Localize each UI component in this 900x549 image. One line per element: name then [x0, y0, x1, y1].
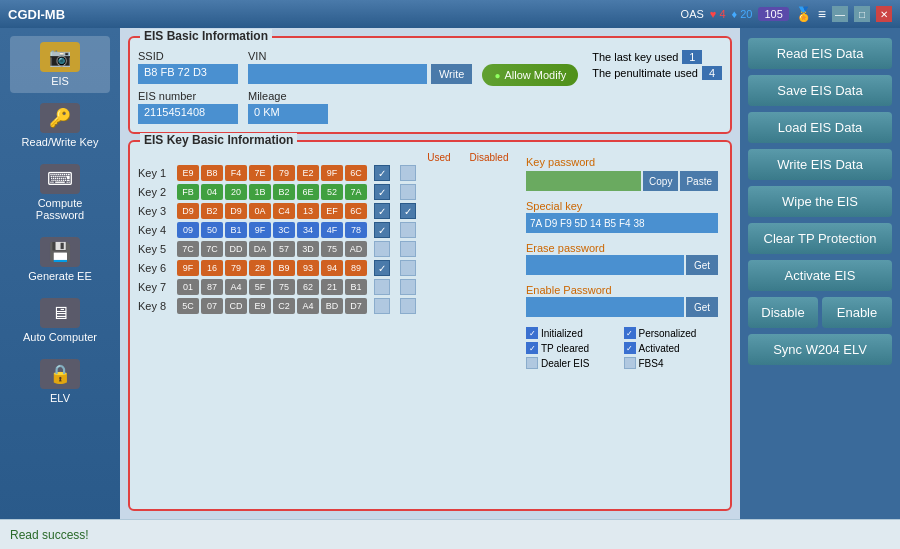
close-button[interactable]: ✕	[876, 6, 892, 22]
autocomputer-icon: 🖥	[40, 298, 80, 328]
sidebar: 📷 EIS 🔑 Read/Write Key ⌨ Compute Passwor…	[0, 28, 120, 519]
special-key-section: Special key 7A D9 F9 5D 14 B5 F4 38	[526, 199, 718, 233]
table-row: Key 8 5C07CDE9C2A4BDD7	[138, 298, 514, 314]
key-basic-content: Used Disabled Key 1 E9B8F47E79E29F6C ✓ K…	[138, 152, 722, 373]
app-title: CGDI-MB	[8, 7, 681, 22]
eis-icon: 📷	[40, 42, 80, 72]
allow-modify-group: Allow Modify	[482, 50, 578, 86]
read-eis-button[interactable]: Read EIS Data	[748, 38, 892, 69]
save-eis-button[interactable]: Save EIS Data	[748, 75, 892, 106]
list-item: ✓ Personalized	[624, 327, 719, 339]
personalized-label: Personalized	[639, 328, 697, 339]
enable-password-input[interactable]	[526, 297, 684, 317]
mileage-group: Mileage 0 KM	[248, 90, 328, 124]
readwrite-icon: 🔑	[40, 103, 80, 133]
copy-button[interactable]: Copy	[643, 171, 678, 191]
eis-basic-title: EIS Basic Information	[140, 29, 272, 43]
erase-section: Erase password Get	[526, 241, 718, 275]
eis-number-group: EIS number 2115451408	[138, 90, 238, 124]
diamonds-badge: ♦ 20	[732, 8, 753, 20]
disable-button[interactable]: Disable	[748, 297, 818, 328]
enable-get-button[interactable]: Get	[686, 297, 718, 317]
enable-button[interactable]: Enable	[822, 297, 892, 328]
vin-input[interactable]	[248, 64, 427, 84]
hearts-badge: ♥ 4	[710, 8, 726, 20]
enable-password-label: Enable Password	[526, 284, 612, 296]
minimize-button[interactable]: —	[832, 6, 848, 22]
sidebar-item-readwrite[interactable]: 🔑 Read/Write Key	[10, 97, 110, 154]
allow-modify-button[interactable]: Allow Modify	[482, 64, 578, 86]
ssid-value[interactable]: B8 FB 72 D3	[138, 64, 238, 84]
sidebar-label-elv: ELV	[50, 392, 70, 404]
paste-button[interactable]: Paste	[680, 171, 718, 191]
penultimate-row: The penultimate used 4	[592, 66, 722, 80]
sidebar-item-elv[interactable]: 🔒 ELV	[10, 353, 110, 410]
title-bar: CGDI-MB OAS ♥ 4 ♦ 20 105 🏅 ≡ — □ ✕	[0, 0, 900, 28]
table-row: Key 1 E9B8F47E79E29F6C ✓	[138, 165, 514, 181]
table-row: Key 4 0950B19F3C344F78 ✓	[138, 222, 514, 238]
activate-eis-button[interactable]: Activate EIS	[748, 260, 892, 291]
mileage-value[interactable]: 0 KM	[248, 104, 328, 124]
main-layout: 📷 EIS 🔑 Read/Write Key ⌨ Compute Passwor…	[0, 28, 900, 519]
oas-label: OAS	[681, 8, 704, 20]
maximize-button[interactable]: □	[854, 6, 870, 22]
last-key-value: 1	[682, 50, 702, 64]
title-bar-right: OAS ♥ 4 ♦ 20 105 🏅 ≡ — □ ✕	[681, 6, 892, 22]
counter-badge: 105	[758, 7, 788, 21]
keys-table: Used Disabled Key 1 E9B8F47E79E29F6C ✓ K…	[138, 152, 514, 373]
table-row: Key 5 7C7CDDDA573D75AD	[138, 241, 514, 257]
vin-label: VIN	[248, 50, 472, 62]
vin-row: Write	[248, 64, 472, 84]
key-basic-box: EIS Key Basic Information Used Disabled …	[128, 140, 732, 511]
status-bar: Read success!	[0, 519, 900, 549]
sidebar-item-generateee[interactable]: 💾 Generate EE	[10, 231, 110, 288]
special-key-label: Special key	[526, 200, 582, 212]
table-row: Key 2 FB04201BB26E527A ✓	[138, 184, 514, 200]
sidebar-label-generateee: Generate EE	[28, 270, 92, 282]
key-password-input[interactable]	[526, 171, 641, 191]
enable-section: Enable Password Get	[526, 283, 718, 317]
key-basic-title: EIS Key Basic Information	[140, 133, 297, 147]
medal-icon: 🏅	[795, 6, 812, 22]
mileage-label: Mileage	[248, 90, 328, 102]
sidebar-label-compute: Compute Password	[14, 197, 106, 221]
list-item: ✓ TP cleared	[526, 342, 621, 354]
penultimate-label: The penultimate used	[592, 67, 698, 79]
eis-number-value[interactable]: 2115451408	[138, 104, 238, 124]
ssid-label: SSID	[138, 50, 238, 62]
sidebar-item-eis[interactable]: 📷 EIS	[10, 36, 110, 93]
disable-enable-row: Disable Enable	[748, 297, 892, 328]
checkboxes-section: ✓ Initialized ✓ Personalized ✓ TP cleare…	[526, 327, 718, 369]
eis-number-label: EIS number	[138, 90, 238, 102]
eis-row2: EIS number 2115451408 Mileage 0 KM	[138, 90, 722, 124]
content-area: EIS Basic Information SSID B8 FB 72 D3 V…	[120, 28, 740, 519]
dealer-eis-label: Dealer EIS	[541, 358, 589, 369]
penultimate-value: 4	[702, 66, 722, 80]
sidebar-label-eis: EIS	[51, 75, 69, 87]
menu-icon[interactable]: ≡	[818, 6, 826, 22]
load-eis-button[interactable]: Load EIS Data	[748, 112, 892, 143]
initialized-label: Initialized	[541, 328, 583, 339]
special-key-value[interactable]: 7A D9 F9 5D 14 B5 F4 38	[526, 213, 718, 233]
key-password-section: Key password Copy Paste	[526, 156, 718, 191]
list-item: FBS4	[624, 357, 719, 369]
list-item: ✓ Initialized	[526, 327, 621, 339]
enable-input-row: Get	[526, 297, 718, 317]
last-keys-group: The last key used 1 The penultimate used…	[592, 50, 722, 80]
ssid-group: SSID B8 FB 72 D3	[138, 50, 238, 84]
generateee-icon: 💾	[40, 237, 80, 267]
sidebar-item-autocomputer[interactable]: 🖥 Auto Computer	[10, 292, 110, 349]
erase-password-input[interactable]	[526, 255, 684, 275]
sync-w204-button[interactable]: Sync W204 ELV	[748, 334, 892, 365]
right-panel: Key password Copy Paste Special key 7A D…	[522, 152, 722, 373]
erase-get-button[interactable]: Get	[686, 255, 718, 275]
wipe-eis-button[interactable]: Wipe the EIS	[748, 186, 892, 217]
write-vin-button[interactable]: Write	[431, 64, 472, 84]
sidebar-label-readwrite: Read/Write Key	[22, 136, 99, 148]
clear-tp-button[interactable]: Clear TP Protection	[748, 223, 892, 254]
write-eis-button[interactable]: Write EIS Data	[748, 149, 892, 180]
sidebar-item-compute[interactable]: ⌨ Compute Password	[10, 158, 110, 227]
used-header: Used	[414, 152, 464, 163]
eis-basic-box: EIS Basic Information SSID B8 FB 72 D3 V…	[128, 36, 732, 134]
last-key-row: The last key used 1	[592, 50, 722, 64]
